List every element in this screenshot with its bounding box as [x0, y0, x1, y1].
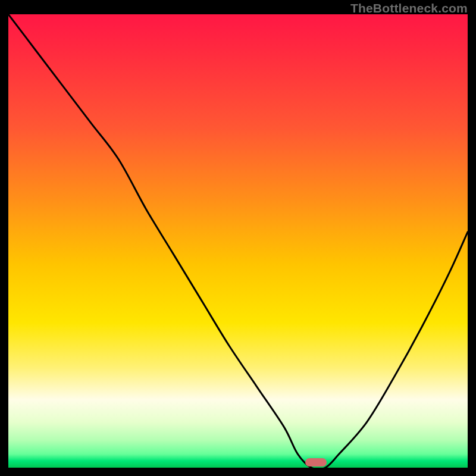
bottleneck-curve — [8, 14, 468, 468]
chart-container: TheBottleneck.com — [0, 0, 476, 476]
optimal-marker — [305, 458, 327, 466]
watermark-text: TheBottleneck.com — [350, 1, 468, 15]
plot-area — [8, 14, 468, 468]
